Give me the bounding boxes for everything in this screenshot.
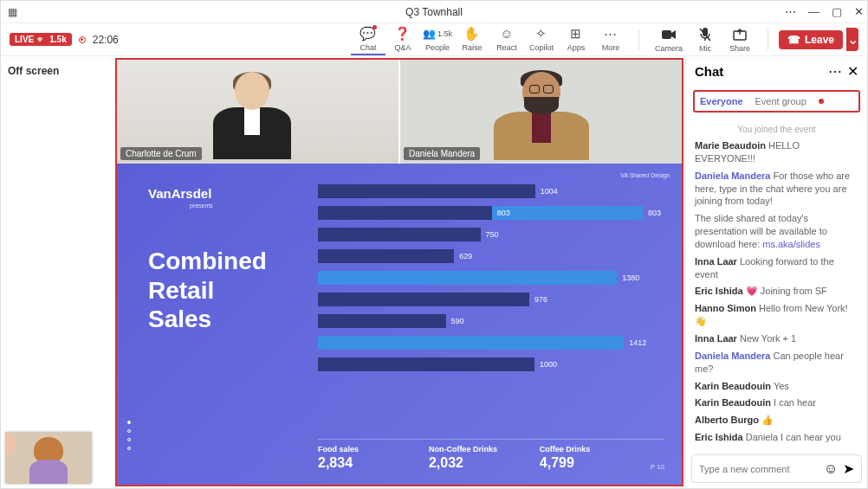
svg-rect-0: [662, 30, 671, 39]
toolbar-react-button[interactable]: ☺React: [489, 24, 524, 55]
chat-title: Chat: [695, 64, 823, 79]
copilot-icon: ✧: [534, 26, 549, 42]
chat-message: Inna Laar Looking forward to the event: [695, 255, 858, 281]
chart-bar: 976: [318, 291, 664, 307]
share-icon: [732, 27, 748, 42]
raise-icon: ✋: [464, 26, 480, 42]
toolbar-apps-button[interactable]: ⊞Apps: [559, 24, 593, 55]
title-bar: ▦ Q3 Townhall ⋯ — ▢ ✕: [1, 1, 867, 23]
chat-messages[interactable]: You joined the eventMarie Beaudoin HELLO…: [686, 116, 867, 449]
speaker-name: Daniela Mandera: [404, 147, 480, 160]
video-tile-charlotte[interactable]: Charlotte de Crum: [117, 60, 398, 164]
chat-input[interactable]: [699, 464, 819, 474]
slide-brand-sub: presents: [190, 203, 313, 209]
chat-message: Eric Ishida 💗 Joining from SF: [695, 285, 858, 298]
chart-bar: 1004: [318, 183, 664, 199]
mic-button[interactable]: Mic: [688, 25, 722, 55]
chat-input-box[interactable]: ☺ ➤: [691, 454, 862, 483]
toolbar-copilot-button[interactable]: ✧Copilot: [524, 24, 559, 55]
more-icon: ⋯: [603, 26, 619, 42]
window-minimize-icon[interactable]: —: [808, 5, 819, 18]
slide-page: P 10: [651, 463, 664, 471]
teams-icon: ▦: [8, 6, 17, 18]
leave-button[interactable]: ☎ Leave: [779, 30, 843, 49]
broadcast-icon: ᯤ: [37, 35, 46, 44]
chat-message: Alberto Burgo 👍: [695, 414, 858, 427]
share-button[interactable]: Share: [722, 25, 757, 55]
stage: Charlotte de Crum Daniela Mandera VA Sha…: [115, 58, 683, 486]
slide-tag: VA Shared Design: [620, 172, 670, 178]
people-icon: 👥1.5k: [430, 26, 445, 42]
window-more-icon[interactable]: ⋯: [785, 5, 796, 18]
chat-message: The slide shared at today's presentation…: [695, 212, 858, 251]
chart-bar: 590: [318, 312, 664, 329]
emoji-icon[interactable]: ☺: [824, 461, 838, 477]
self-view[interactable]: [5, 432, 92, 484]
chart-bar: 1412: [318, 334, 664, 351]
camera-icon: [661, 27, 677, 42]
shared-slide: VA Shared Design VanArsdel presents Comb…: [117, 164, 682, 485]
qa-icon: ❓: [395, 26, 411, 42]
chat-close-icon[interactable]: ✕: [847, 63, 858, 80]
camera-button[interactable]: Camera: [650, 25, 688, 55]
chart-bar: 629: [318, 248, 664, 264]
chart-bar: 803803: [318, 204, 664, 221]
toolbar-raise-button[interactable]: ✋Raise: [455, 24, 489, 55]
bar-chart: 1004803803750629138097659014121000 Food …: [313, 181, 664, 471]
window-close-icon[interactable]: ✕: [854, 5, 864, 18]
apps-icon: ⊞: [568, 26, 584, 42]
chart-bar: 1380: [318, 269, 664, 286]
chat-message: Karin Beaudouin I can hear: [695, 396, 858, 409]
offscreen-label: Off screen: [1, 56, 113, 488]
meeting-toolbar: LIVE ᯤ 1.5k 22:06 💬Chat❓Q&A👥1.5kPeople✋R…: [1, 23, 867, 56]
toolbar-people-button[interactable]: 👥1.5kPeople: [420, 24, 455, 55]
window-maximize-icon[interactable]: ▢: [832, 5, 842, 18]
slide-brand: VanArsdel: [148, 186, 313, 201]
chart-bar: 750: [318, 226, 664, 242]
chat-message: Hanno Simon Hello from New York! 👋: [695, 302, 858, 328]
chat-message: Karin Beaudouin Yes: [695, 380, 858, 393]
live-badge: LIVE ᯤ 1.5k: [10, 33, 72, 46]
hangup-icon: ☎: [787, 34, 800, 46]
chat-panel: Chat ⋯ ✕ Everyone Event group You joined…: [685, 56, 867, 488]
toolbar-more-button[interactable]: ⋯More: [593, 24, 628, 55]
toolbar-qa-button[interactable]: ❓Q&A: [385, 24, 420, 55]
toolbar-chat-button[interactable]: 💬Chat: [351, 24, 385, 55]
speaker-name: Charlotte de Crum: [120, 147, 202, 160]
chat-tabs: Everyone Event group: [693, 90, 860, 113]
meeting-title: Q3 Townhall: [405, 6, 463, 18]
system-message: You joined the event: [695, 125, 858, 134]
chart-bar: 1000: [318, 356, 664, 372]
notification-dot-icon: [819, 99, 824, 104]
chat-message: Daniela Mandera Can people hear me?: [695, 350, 858, 376]
elapsed-time: 22:06: [93, 34, 119, 46]
tab-everyone[interactable]: Everyone: [700, 96, 743, 106]
chat-message: Eric Ishida Daniela I can hear you: [695, 431, 858, 444]
mic-icon: [697, 27, 713, 42]
slide-nav-dots: [127, 421, 131, 450]
chat-message: Daniela Mandera For those who are here, …: [695, 170, 858, 209]
react-icon: ☺: [499, 26, 515, 42]
slide-title: Combined Retail Sales: [148, 247, 313, 334]
chat-message: Marie Beaudoin HELLO EVERYONE!!!: [695, 139, 858, 165]
send-icon[interactable]: ➤: [843, 460, 854, 477]
chat-message: Inna Laar New York + 1: [695, 332, 858, 345]
leave-dropdown[interactable]: ⌄: [846, 28, 858, 51]
video-tile-daniela[interactable]: Daniela Mandera: [400, 60, 682, 164]
chat-more-icon[interactable]: ⋯: [828, 63, 842, 80]
recording-icon: [79, 36, 86, 43]
tab-event-group[interactable]: Event group: [755, 96, 806, 106]
